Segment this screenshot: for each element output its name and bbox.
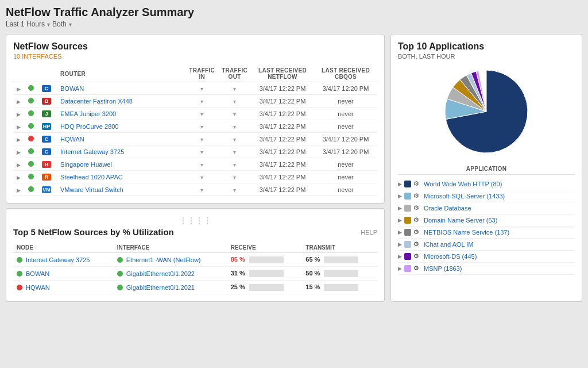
netflow-time: 3/4/17 12:22 PM bbox=[251, 183, 314, 196]
table-row[interactable]: ▶ C Internet Gateway 3725 ▾ ▾ 3/4/17 12:… bbox=[13, 145, 377, 158]
expand-arrow[interactable]: ▶ bbox=[17, 99, 21, 105]
app-name-link[interactable]: MSNP (1863) bbox=[424, 265, 462, 272]
table-row[interactable]: ▶ C HQWAN ▾ ▾ 3/4/17 12:22 PM 3/4/17 12:… bbox=[13, 133, 377, 145]
table-row[interactable]: ▶ H Singapore Huawei ▾ ▾ 3/4/17 12:22 PM… bbox=[13, 158, 377, 171]
app-expand-arrow[interactable]: ▶ bbox=[398, 217, 402, 223]
direction-filter[interactable]: Both bbox=[52, 20, 67, 28]
col-node: NODE bbox=[13, 243, 114, 253]
receive-bar-container bbox=[249, 284, 284, 291]
netflow-time: 3/4/17 12:22 PM bbox=[251, 133, 314, 145]
app-name-link[interactable]: Microsoft-SQL-Server (1433) bbox=[424, 193, 505, 200]
drag-handle[interactable]: ⋮⋮⋮⋮ bbox=[13, 216, 377, 225]
interface-link[interactable]: Internet Gateway 3725 bbox=[60, 148, 124, 155]
table-row[interactable]: ▶ R Steelhead 1020 APAC ▾ ▾ 3/4/17 12:22… bbox=[13, 171, 377, 183]
direction-filter-arrow[interactable]: ▾ bbox=[69, 21, 72, 28]
app-expand-arrow[interactable]: ▶ bbox=[398, 229, 402, 235]
col-router: ROUTER bbox=[57, 66, 185, 82]
app-color-indicator bbox=[404, 205, 411, 212]
app-name-link[interactable]: NETBIOS Name Service (137) bbox=[424, 229, 509, 236]
app-item[interactable]: ▶ ⚙ MSNP (1863) bbox=[398, 263, 575, 275]
time-filter[interactable]: Last 1 Hours bbox=[6, 20, 45, 28]
interface-link[interactable]: Singapore Huawei bbox=[60, 161, 112, 168]
app-expand-arrow[interactable]: ▶ bbox=[398, 205, 402, 211]
expand-arrow[interactable]: ▶ bbox=[17, 124, 21, 130]
vendor-icon: C bbox=[42, 136, 51, 143]
expand-arrow[interactable]: ▶ bbox=[17, 112, 21, 117]
time-filter-arrow[interactable]: ▾ bbox=[47, 21, 50, 28]
col-traffic-in: TRAFFICIN bbox=[185, 66, 218, 82]
node-cell: Internet Gateway 3725 bbox=[17, 256, 110, 263]
node-link[interactable]: HQWAN bbox=[26, 284, 50, 291]
app-expand-arrow[interactable]: ▶ bbox=[398, 254, 402, 259]
expand-arrow[interactable]: ▶ bbox=[17, 150, 21, 155]
vendor-icon: J bbox=[42, 110, 51, 117]
expand-arrow[interactable]: ▶ bbox=[17, 175, 21, 181]
table-row[interactable]: ▶ B Datacenter FastIron X448 ▾ ▾ 3/4/17 … bbox=[13, 95, 377, 108]
app-item[interactable]: ▶ ⚙ Microsoft-SQL-Server (1433) bbox=[398, 190, 575, 202]
app-name-link[interactable]: iChat and AOL IM bbox=[424, 241, 473, 248]
transmit-bar-container bbox=[324, 270, 358, 277]
expand-arrow[interactable]: ▶ bbox=[17, 187, 21, 193]
traffic-in: ▾ bbox=[185, 145, 218, 158]
col-status bbox=[25, 66, 38, 82]
receive-cell: 31 % bbox=[227, 267, 303, 281]
node-link[interactable]: BOWAN bbox=[26, 270, 49, 277]
table-row[interactable]: HQWAN GigabitEthernet0/1.2021 25 % 15 % bbox=[13, 281, 377, 294]
app-settings-icon: ⚙ bbox=[413, 252, 421, 260]
help-link[interactable]: HELP bbox=[361, 229, 377, 236]
app-settings-icon: ⚙ bbox=[413, 180, 421, 188]
cbqos-time: never bbox=[314, 120, 377, 133]
traffic-out: ▾ bbox=[218, 82, 251, 95]
app-name-link[interactable]: Oracle Database bbox=[424, 205, 471, 212]
netflow-time: 3/4/17 12:22 PM bbox=[251, 95, 314, 108]
receive-bar-container bbox=[249, 270, 284, 277]
iface-name-link[interactable]: GigabitEthernet0/1.2022 bbox=[126, 270, 195, 277]
app-item[interactable]: ▶ ⚙ iChat and AOL IM bbox=[398, 239, 575, 251]
node-link[interactable]: Internet Gateway 3725 bbox=[26, 256, 90, 263]
app-item[interactable]: ▶ ⚙ Microsoft-DS (445) bbox=[398, 251, 575, 263]
app-color-indicator bbox=[404, 217, 411, 224]
cbqos-time: 3/4/17 12:20 PM bbox=[314, 82, 377, 95]
app-item[interactable]: ▶ ⚙ NETBIOS Name Service (137) bbox=[398, 227, 575, 239]
iface-name-link[interactable]: Ethernet1 ·WAN (NetFlow) bbox=[126, 256, 201, 263]
interface-link[interactable]: HDQ ProCurve 2800 bbox=[60, 123, 119, 130]
app-name-link[interactable]: Microsoft-DS (445) bbox=[424, 253, 477, 260]
app-expand-arrow[interactable]: ▶ bbox=[398, 181, 402, 187]
expand-arrow[interactable]: ▶ bbox=[17, 86, 21, 92]
interface-link[interactable]: Datacenter FastIron X448 bbox=[60, 98, 133, 105]
interface-link[interactable]: HQWAN bbox=[60, 136, 84, 143]
vendor-icon: R bbox=[42, 174, 51, 181]
status-dot bbox=[28, 85, 34, 91]
pie-chart bbox=[429, 67, 544, 159]
app-item[interactable]: ▶ ⚙ Oracle Database bbox=[398, 202, 575, 214]
table-row[interactable]: BOWAN GigabitEthernet0/1.2022 31 % 50 % bbox=[13, 267, 377, 281]
transmit-cell: 50 % bbox=[302, 267, 377, 281]
table-row[interactable]: ▶ HP HDQ ProCurve 2800 ▾ ▾ 3/4/17 12:22 … bbox=[13, 120, 377, 133]
node-status-dot bbox=[17, 257, 22, 263]
traffic-out: ▾ bbox=[218, 183, 251, 196]
table-row[interactable]: ▶ VM VMware Virtual Switch ▾ ▾ 3/4/17 12… bbox=[13, 183, 377, 196]
interface-link[interactable]: VMware Virtual Switch bbox=[60, 186, 123, 193]
expand-arrow[interactable]: ▶ bbox=[17, 137, 21, 143]
netflow-sources-panel: NetFlow Sources 10 INTERFACES ROUTER TRA… bbox=[6, 34, 385, 204]
traffic-out: ▾ bbox=[218, 171, 251, 183]
sources-table-body: ▶ C BOWAN ▾ ▾ 3/4/17 12:22 PM 3/4/17 12:… bbox=[13, 82, 377, 196]
table-row[interactable]: Internet Gateway 3725 Ethernet1 ·WAN (Ne… bbox=[13, 253, 377, 267]
expand-arrow[interactable]: ▶ bbox=[17, 162, 21, 168]
app-item[interactable]: ▶ ⚙ World Wide Web HTTP (80) bbox=[398, 178, 575, 190]
status-dot bbox=[28, 123, 34, 129]
app-item[interactable]: ▶ ⚙ Domain Name Server (53) bbox=[398, 214, 575, 227]
interface-link[interactable]: EMEA Juniper 3200 bbox=[60, 110, 116, 117]
app-expand-arrow[interactable]: ▶ bbox=[398, 266, 402, 271]
app-expand-arrow[interactable]: ▶ bbox=[398, 241, 402, 247]
app-name-link[interactable]: World Wide Web HTTP (80) bbox=[424, 181, 502, 187]
app-expand-arrow[interactable]: ▶ bbox=[398, 193, 402, 199]
interface-link[interactable]: Steelhead 1020 APAC bbox=[60, 174, 123, 181]
iface-status-dot bbox=[117, 257, 123, 263]
table-row[interactable]: ▶ C BOWAN ▾ ▾ 3/4/17 12:22 PM 3/4/17 12:… bbox=[13, 82, 377, 95]
app-name-link[interactable]: Domain Name Server (53) bbox=[424, 217, 497, 224]
interface-link[interactable]: BOWAN bbox=[60, 85, 84, 92]
traffic-in: ▾ bbox=[185, 133, 218, 145]
iface-name-link[interactable]: GigabitEthernet0/1.2021 bbox=[126, 284, 195, 291]
table-row[interactable]: ▶ J EMEA Juniper 3200 ▾ ▾ 3/4/17 12:22 P… bbox=[13, 108, 377, 120]
